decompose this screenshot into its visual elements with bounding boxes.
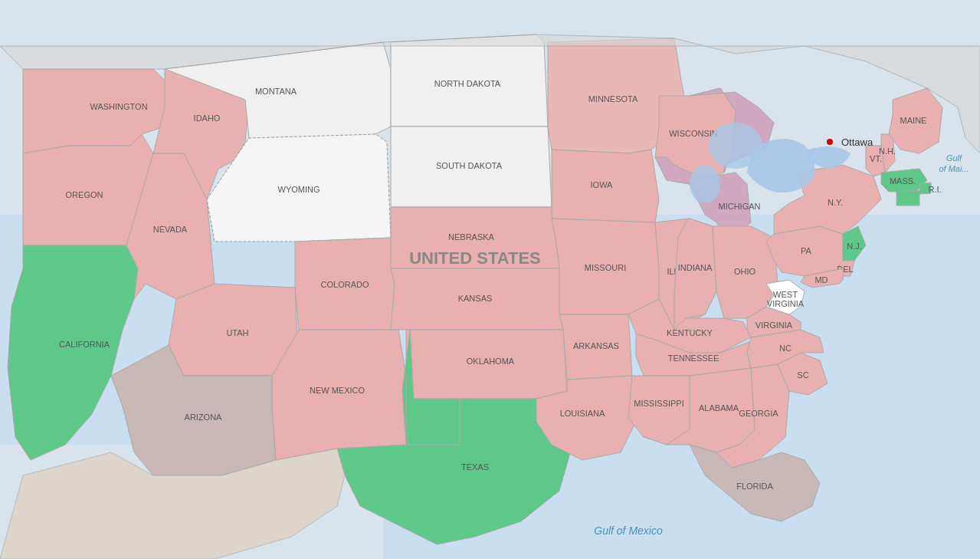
svg-marker-16 — [391, 207, 559, 268]
svg-marker-15 — [391, 127, 552, 207]
svg-marker-14 — [391, 35, 548, 127]
svg-marker-10 — [169, 284, 299, 376]
svg-marker-13 — [272, 330, 406, 460]
svg-marker-24 — [559, 314, 632, 380]
svg-point-54 — [690, 165, 720, 203]
gulf-maine-label: Gulf — [946, 153, 962, 163]
svg-marker-52 — [896, 190, 919, 206]
svg-marker-23 — [552, 219, 659, 314]
ottawa-dot — [827, 139, 833, 145]
svg-marker-51 — [919, 182, 931, 194]
svg-marker-11 — [295, 238, 398, 330]
svg-marker-49 — [889, 88, 942, 153]
svg-marker-17 — [391, 268, 563, 330]
svg-marker-18 — [406, 330, 567, 399]
map-container: WASHINGTON OREGON CALIFORNIA NEVADA IDAH… — [0, 0, 980, 559]
us-map[interactable]: WASHINGTON OREGON CALIFORNIA NEVADA IDAH… — [0, 0, 980, 559]
ottawa-label: Ottawa — [841, 136, 873, 148]
gulf-maine-label2: of Mai... — [939, 164, 969, 173]
svg-marker-22 — [552, 150, 659, 222]
